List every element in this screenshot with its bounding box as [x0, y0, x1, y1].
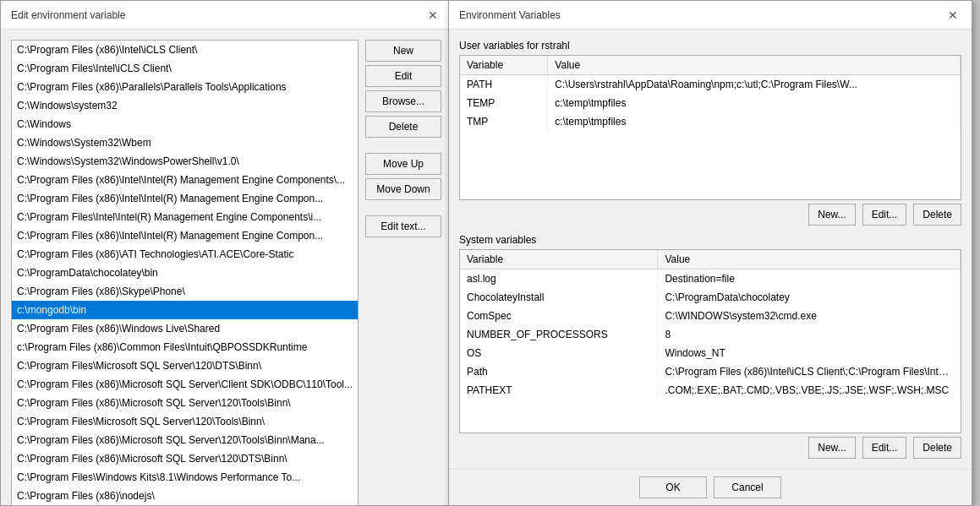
list-item[interactable]: C:\Program Files (x86)\Microsoft SQL Ser…: [12, 394, 358, 412]
list-item[interactable]: C:\Program Files\Microsoft SQL Server\12…: [12, 356, 358, 375]
var-value: Destination=file: [658, 269, 961, 289]
var-value: C:\Users\rstrahl\AppData\Roaming\npm;c:\…: [548, 75, 961, 95]
sys-edit-button[interactable]: Edit...: [862, 437, 907, 459]
system-variables-section: System variables Variable Value asl.logD…: [459, 234, 961, 459]
list-item[interactable]: C:\Program Files\Intel\Intel(R) Manageme…: [12, 208, 358, 226]
var-value: C:\Program Files (x86)\Intel\iCLS Client…: [658, 362, 961, 381]
list-item[interactable]: C:\Program Files (x86)\Windows Live\Shar…: [12, 319, 358, 338]
user-section-buttons: New... Edit... Delete: [459, 204, 961, 226]
table-row[interactable]: NUMBER_OF_PROCESSORS8: [460, 325, 961, 344]
title-left: Edit environment variable: [11, 9, 125, 21]
user-vars-table: Variable Value PATHC:\Users\rstrahl\AppD…: [460, 56, 961, 131]
user-section-title: User variables for rstrahl: [459, 40, 961, 52]
move-up-button[interactable]: Move Up: [365, 153, 441, 175]
list-item[interactable]: C:\Program Files\Windows Kits\8.1\Window…: [12, 468, 358, 487]
title-bar-right: Environment Variables ✕: [449, 1, 972, 30]
var-name: asl.log: [460, 269, 658, 289]
table-row[interactable]: PATHEXT.COM;.EXE;.BAT;.CMD;.VBS;.VBE;.JS…: [460, 381, 961, 400]
var-name: ComSpec: [460, 307, 658, 325]
var-value: C:\WINDOWS\system32\cmd.exe: [658, 307, 961, 325]
cancel-button-right[interactable]: Cancel: [714, 476, 781, 498]
list-item[interactable]: C:\Windows\System32\WindowsPowerShell\v1…: [12, 152, 358, 171]
user-col-value: Value: [548, 56, 961, 75]
system-vars-table-container[interactable]: Variable Value asl.logDestination=fileCh…: [459, 249, 961, 433]
right-content: User variables for rstrahl Variable Valu…: [449, 30, 972, 469]
list-item[interactable]: C:\Program Files (x86)\Microsoft SQL Ser…: [12, 431, 358, 449]
edit-env-var-dialog: Edit environment variable ✕ C:\Program F…: [0, 0, 452, 506]
system-vars-table: Variable Value asl.logDestination=fileCh…: [460, 250, 961, 400]
delete-button[interactable]: Delete: [365, 116, 441, 138]
new-button[interactable]: New: [365, 40, 441, 62]
list-item[interactable]: C:\ProgramData\chocolatey\bin: [12, 264, 358, 282]
list-item[interactable]: C:\Program Files\Microsoft SQL Server\12…: [12, 412, 358, 431]
var-value: .COM;.EXE;.BAT;.CMD;.VBS;.VBE;.JS;.JSE;.…: [658, 381, 961, 400]
list-item[interactable]: C:\Program Files (x86)\Intel\iCLS Client…: [12, 41, 358, 59]
list-item[interactable]: C:\Program Files\Intel\iCLS Client\: [12, 59, 358, 78]
table-row[interactable]: ChocolateyInstallC:\ProgramData\chocolat…: [460, 288, 961, 307]
dialog-content-left: C:\Program Files (x86)\Intel\iCLS Client…: [1, 30, 452, 506]
list-item[interactable]: C:\Windows\system32: [12, 96, 358, 115]
list-item[interactable]: C:\Windows\System32\Wbem: [12, 133, 358, 152]
table-row[interactable]: TMPc:\temp\tmpfiles: [460, 112, 961, 131]
list-item[interactable]: C:\Program Files (x86)\ATI Technologies\…: [12, 245, 358, 264]
var-name: PATHEXT: [460, 381, 658, 400]
list-item[interactable]: C:\Program Files (x86)\Microsoft SQL Ser…: [12, 375, 358, 394]
list-item[interactable]: C:\Program Files (x86)\Skype\Phone\: [12, 282, 358, 301]
path-list[interactable]: C:\Program Files (x86)\Intel\iCLS Client…: [11, 40, 359, 506]
user-variables-section: User variables for rstrahl Variable Valu…: [459, 40, 961, 226]
list-item[interactable]: c:\Program Files (x86)\Common Files\Intu…: [12, 338, 358, 356]
list-item[interactable]: C:\Program Files (x86)\Intel\Intel(R) Ma…: [12, 226, 358, 245]
close-button-left[interactable]: ✕: [424, 7, 441, 24]
var-value: c:\temp\tmpfiles: [548, 94, 961, 112]
list-item[interactable]: C:\Program Files (x86)\nodejs\: [12, 487, 358, 505]
list-item[interactable]: c:\mongodb\bin: [12, 301, 358, 319]
system-section-title: System variables: [459, 234, 961, 246]
edit-button[interactable]: Edit: [365, 65, 441, 87]
list-item[interactable]: C:\Program Files (x86)\Intel\Intel(R) Ma…: [12, 189, 358, 208]
move-down-button[interactable]: Move Down: [365, 178, 441, 200]
table-row[interactable]: PathC:\Program Files (x86)\Intel\iCLS Cl…: [460, 362, 961, 381]
var-value: C:\ProgramData\chocolatey: [658, 288, 961, 307]
var-name: PATH: [460, 75, 548, 95]
edit-text-button[interactable]: Edit text...: [365, 215, 441, 237]
title-bar-left: Edit environment variable ✕: [1, 1, 452, 30]
user-col-variable: Variable: [460, 56, 548, 75]
environment-variables-dialog: Environment Variables ✕ User variables f…: [448, 0, 972, 506]
user-edit-button[interactable]: Edit...: [862, 204, 907, 226]
user-new-button[interactable]: New...: [808, 204, 855, 226]
var-value: 8: [658, 325, 961, 344]
sys-col-variable: Variable: [460, 250, 658, 269]
dialog-footer-right: OK Cancel: [449, 469, 972, 505]
system-section-buttons: New... Edit... Delete: [459, 437, 961, 459]
var-name: NUMBER_OF_PROCESSORS: [460, 325, 658, 344]
sys-col-value: Value: [658, 250, 961, 269]
browse-button[interactable]: Browse...: [365, 90, 441, 112]
user-delete-button[interactable]: Delete: [913, 204, 961, 226]
button-panel: New Edit Browse... Delete Move Up Move D…: [365, 40, 441, 506]
var-name: Path: [460, 362, 658, 381]
sys-new-button[interactable]: New...: [808, 437, 855, 459]
list-item[interactable]: C:\Windows: [12, 115, 358, 133]
title-right: Environment Variables: [459, 9, 561, 21]
var-value: c:\temp\tmpfiles: [548, 112, 961, 131]
sys-delete-button[interactable]: Delete: [913, 437, 961, 459]
list-item[interactable]: C:\Program Files (x86)\Microsoft SQL Ser…: [12, 449, 358, 468]
list-item[interactable]: C:\Program Files (x86)\Intel\Intel(R) Ma…: [12, 171, 358, 189]
user-vars-table-container[interactable]: Variable Value PATHC:\Users\rstrahl\AppD…: [459, 55, 961, 200]
table-row[interactable]: TEMPc:\temp\tmpfiles: [460, 94, 961, 112]
close-button-right[interactable]: ✕: [944, 7, 961, 24]
table-row[interactable]: asl.logDestination=file: [460, 269, 961, 289]
table-row[interactable]: PATHC:\Users\rstrahl\AppData\Roaming\npm…: [460, 75, 961, 95]
var-value: Windows_NT: [658, 344, 961, 362]
table-row[interactable]: ComSpecC:\WINDOWS\system32\cmd.exe: [460, 307, 961, 325]
var-name: OS: [460, 344, 658, 362]
table-row[interactable]: OSWindows_NT: [460, 344, 961, 362]
ok-button-right[interactable]: OK: [639, 476, 707, 498]
var-name: TEMP: [460, 94, 548, 112]
var-name: ChocolateyInstall: [460, 288, 658, 307]
list-item[interactable]: C:\Program Files (x86)\Parallels\Paralle…: [12, 78, 358, 96]
var-name: TMP: [460, 112, 548, 131]
